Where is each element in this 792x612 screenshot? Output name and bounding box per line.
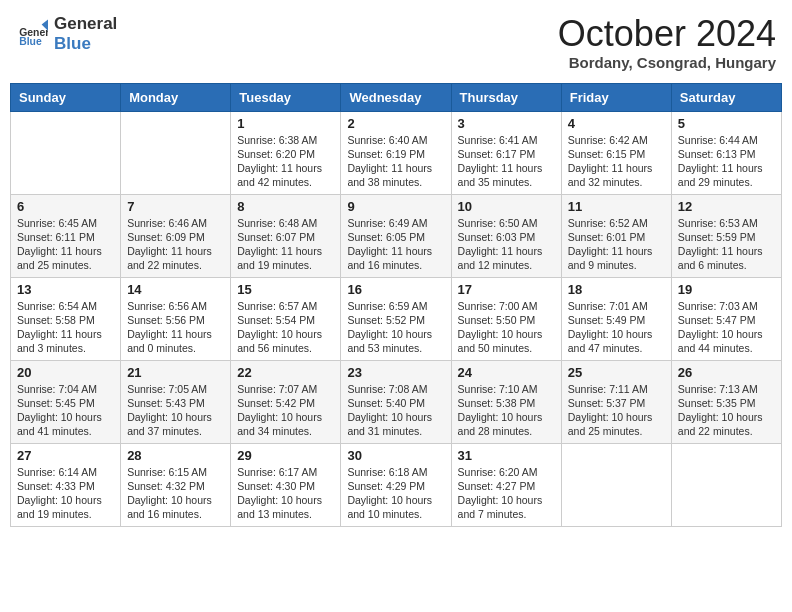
calendar-cell: 10Sunrise: 6:50 AMSunset: 6:03 PMDayligh…: [451, 194, 561, 277]
day-number: 1: [237, 116, 334, 131]
day-number: 18: [568, 282, 665, 297]
day-number: 19: [678, 282, 775, 297]
day-detail: Sunrise: 7:08 AMSunset: 5:40 PMDaylight:…: [347, 382, 444, 439]
day-detail: Sunrise: 6:54 AMSunset: 5:58 PMDaylight:…: [17, 299, 114, 356]
logo-icon: General Blue: [16, 18, 48, 50]
day-detail: Sunrise: 6:45 AMSunset: 6:11 PMDaylight:…: [17, 216, 114, 273]
day-detail: Sunrise: 6:40 AMSunset: 6:19 PMDaylight:…: [347, 133, 444, 190]
cell-content: 17Sunrise: 7:00 AMSunset: 5:50 PMDayligh…: [458, 282, 555, 356]
cell-content: 4Sunrise: 6:42 AMSunset: 6:15 PMDaylight…: [568, 116, 665, 190]
day-number: 22: [237, 365, 334, 380]
cell-content: 5Sunrise: 6:44 AMSunset: 6:13 PMDaylight…: [678, 116, 775, 190]
day-detail: Sunrise: 6:56 AMSunset: 5:56 PMDaylight:…: [127, 299, 224, 356]
cell-content: 22Sunrise: 7:07 AMSunset: 5:42 PMDayligh…: [237, 365, 334, 439]
calendar-cell: 5Sunrise: 6:44 AMSunset: 6:13 PMDaylight…: [671, 111, 781, 194]
cell-content: 2Sunrise: 6:40 AMSunset: 6:19 PMDaylight…: [347, 116, 444, 190]
calendar-cell: 17Sunrise: 7:00 AMSunset: 5:50 PMDayligh…: [451, 277, 561, 360]
title-block: October 2024 Bordany, Csongrad, Hungary: [558, 14, 776, 71]
calendar-cell: 12Sunrise: 6:53 AMSunset: 5:59 PMDayligh…: [671, 194, 781, 277]
day-number: 7: [127, 199, 224, 214]
calendar-cell: 29Sunrise: 6:17 AMSunset: 4:30 PMDayligh…: [231, 443, 341, 526]
cell-content: 24Sunrise: 7:10 AMSunset: 5:38 PMDayligh…: [458, 365, 555, 439]
day-detail: Sunrise: 6:15 AMSunset: 4:32 PMDaylight:…: [127, 465, 224, 522]
cell-content: 7Sunrise: 6:46 AMSunset: 6:09 PMDaylight…: [127, 199, 224, 273]
calendar-cell: 26Sunrise: 7:13 AMSunset: 5:35 PMDayligh…: [671, 360, 781, 443]
cell-content: 3Sunrise: 6:41 AMSunset: 6:17 PMDaylight…: [458, 116, 555, 190]
calendar-cell: 7Sunrise: 6:46 AMSunset: 6:09 PMDaylight…: [121, 194, 231, 277]
month-title: October 2024: [558, 14, 776, 54]
calendar-cell: 19Sunrise: 7:03 AMSunset: 5:47 PMDayligh…: [671, 277, 781, 360]
cell-content: 19Sunrise: 7:03 AMSunset: 5:47 PMDayligh…: [678, 282, 775, 356]
cell-content: 27Sunrise: 6:14 AMSunset: 4:33 PMDayligh…: [17, 448, 114, 522]
day-number: 21: [127, 365, 224, 380]
day-number: 26: [678, 365, 775, 380]
cell-content: 30Sunrise: 6:18 AMSunset: 4:29 PMDayligh…: [347, 448, 444, 522]
calendar-cell: 9Sunrise: 6:49 AMSunset: 6:05 PMDaylight…: [341, 194, 451, 277]
cell-content: 15Sunrise: 6:57 AMSunset: 5:54 PMDayligh…: [237, 282, 334, 356]
calendar-cell: 22Sunrise: 7:07 AMSunset: 5:42 PMDayligh…: [231, 360, 341, 443]
day-header-friday: Friday: [561, 83, 671, 111]
day-number: 11: [568, 199, 665, 214]
calendar-cell: 31Sunrise: 6:20 AMSunset: 4:27 PMDayligh…: [451, 443, 561, 526]
week-row-5: 27Sunrise: 6:14 AMSunset: 4:33 PMDayligh…: [11, 443, 782, 526]
day-detail: Sunrise: 6:41 AMSunset: 6:17 PMDaylight:…: [458, 133, 555, 190]
calendar-cell: 27Sunrise: 6:14 AMSunset: 4:33 PMDayligh…: [11, 443, 121, 526]
day-number: 20: [17, 365, 114, 380]
cell-content: 18Sunrise: 7:01 AMSunset: 5:49 PMDayligh…: [568, 282, 665, 356]
cell-content: 31Sunrise: 6:20 AMSunset: 4:27 PMDayligh…: [458, 448, 555, 522]
day-detail: Sunrise: 6:59 AMSunset: 5:52 PMDaylight:…: [347, 299, 444, 356]
day-detail: Sunrise: 6:53 AMSunset: 5:59 PMDaylight:…: [678, 216, 775, 273]
day-number: 13: [17, 282, 114, 297]
calendar-cell: 28Sunrise: 6:15 AMSunset: 4:32 PMDayligh…: [121, 443, 231, 526]
calendar-cell: 14Sunrise: 6:56 AMSunset: 5:56 PMDayligh…: [121, 277, 231, 360]
day-detail: Sunrise: 7:07 AMSunset: 5:42 PMDaylight:…: [237, 382, 334, 439]
calendar-table: SundayMondayTuesdayWednesdayThursdayFrid…: [10, 83, 782, 527]
day-header-thursday: Thursday: [451, 83, 561, 111]
day-number: 15: [237, 282, 334, 297]
day-detail: Sunrise: 6:49 AMSunset: 6:05 PMDaylight:…: [347, 216, 444, 273]
cell-content: 10Sunrise: 6:50 AMSunset: 6:03 PMDayligh…: [458, 199, 555, 273]
cell-content: 16Sunrise: 6:59 AMSunset: 5:52 PMDayligh…: [347, 282, 444, 356]
cell-content: 9Sunrise: 6:49 AMSunset: 6:05 PMDaylight…: [347, 199, 444, 273]
calendar-header: SundayMondayTuesdayWednesdayThursdayFrid…: [11, 83, 782, 111]
week-row-4: 20Sunrise: 7:04 AMSunset: 5:45 PMDayligh…: [11, 360, 782, 443]
day-detail: Sunrise: 7:03 AMSunset: 5:47 PMDaylight:…: [678, 299, 775, 356]
calendar-cell: 2Sunrise: 6:40 AMSunset: 6:19 PMDaylight…: [341, 111, 451, 194]
calendar-cell: 25Sunrise: 7:11 AMSunset: 5:37 PMDayligh…: [561, 360, 671, 443]
calendar-cell: 24Sunrise: 7:10 AMSunset: 5:38 PMDayligh…: [451, 360, 561, 443]
calendar-cell: 18Sunrise: 7:01 AMSunset: 5:49 PMDayligh…: [561, 277, 671, 360]
day-number: 6: [17, 199, 114, 214]
day-header-tuesday: Tuesday: [231, 83, 341, 111]
day-number: 2: [347, 116, 444, 131]
day-detail: Sunrise: 6:38 AMSunset: 6:20 PMDaylight:…: [237, 133, 334, 190]
day-number: 16: [347, 282, 444, 297]
calendar-cell: 23Sunrise: 7:08 AMSunset: 5:40 PMDayligh…: [341, 360, 451, 443]
day-header-wednesday: Wednesday: [341, 83, 451, 111]
week-row-1: 1Sunrise: 6:38 AMSunset: 6:20 PMDaylight…: [11, 111, 782, 194]
day-detail: Sunrise: 6:17 AMSunset: 4:30 PMDaylight:…: [237, 465, 334, 522]
day-detail: Sunrise: 7:11 AMSunset: 5:37 PMDaylight:…: [568, 382, 665, 439]
day-number: 17: [458, 282, 555, 297]
header-row: SundayMondayTuesdayWednesdayThursdayFrid…: [11, 83, 782, 111]
day-detail: Sunrise: 7:13 AMSunset: 5:35 PMDaylight:…: [678, 382, 775, 439]
day-number: 24: [458, 365, 555, 380]
cell-content: 23Sunrise: 7:08 AMSunset: 5:40 PMDayligh…: [347, 365, 444, 439]
day-number: 10: [458, 199, 555, 214]
day-detail: Sunrise: 7:04 AMSunset: 5:45 PMDaylight:…: [17, 382, 114, 439]
cell-content: 6Sunrise: 6:45 AMSunset: 6:11 PMDaylight…: [17, 199, 114, 273]
day-detail: Sunrise: 6:48 AMSunset: 6:07 PMDaylight:…: [237, 216, 334, 273]
day-number: 5: [678, 116, 775, 131]
day-header-saturday: Saturday: [671, 83, 781, 111]
day-number: 14: [127, 282, 224, 297]
day-number: 31: [458, 448, 555, 463]
day-number: 23: [347, 365, 444, 380]
cell-content: 11Sunrise: 6:52 AMSunset: 6:01 PMDayligh…: [568, 199, 665, 273]
day-detail: Sunrise: 6:57 AMSunset: 5:54 PMDaylight:…: [237, 299, 334, 356]
cell-content: 12Sunrise: 6:53 AMSunset: 5:59 PMDayligh…: [678, 199, 775, 273]
cell-content: 13Sunrise: 6:54 AMSunset: 5:58 PMDayligh…: [17, 282, 114, 356]
calendar-cell: 15Sunrise: 6:57 AMSunset: 5:54 PMDayligh…: [231, 277, 341, 360]
calendar-cell: 3Sunrise: 6:41 AMSunset: 6:17 PMDaylight…: [451, 111, 561, 194]
day-detail: Sunrise: 7:01 AMSunset: 5:49 PMDaylight:…: [568, 299, 665, 356]
day-detail: Sunrise: 7:10 AMSunset: 5:38 PMDaylight:…: [458, 382, 555, 439]
week-row-3: 13Sunrise: 6:54 AMSunset: 5:58 PMDayligh…: [11, 277, 782, 360]
